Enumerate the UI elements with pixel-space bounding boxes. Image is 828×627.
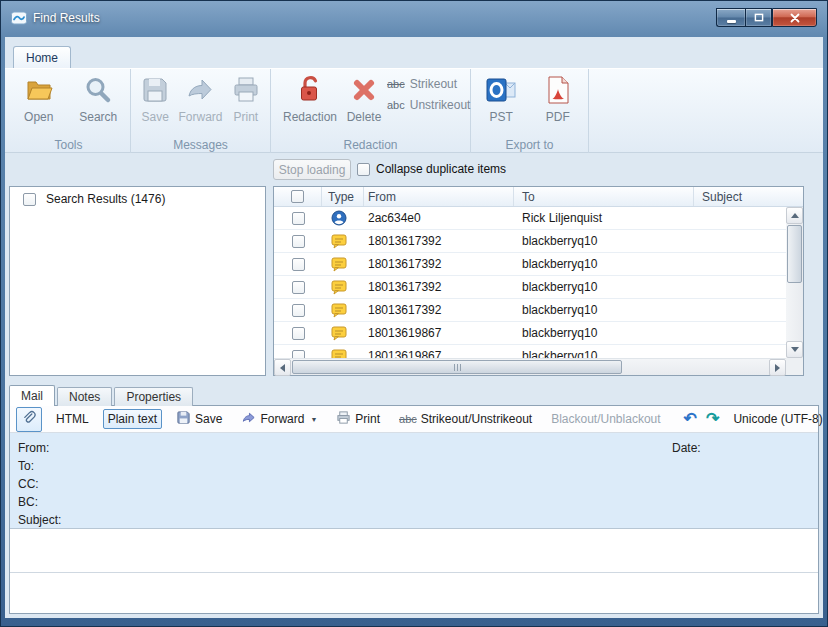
export-pdf-button[interactable]: PDF (537, 74, 579, 124)
row-checkbox[interactable] (292, 350, 305, 359)
close-icon (790, 13, 800, 23)
export-pst-button[interactable]: PST (480, 74, 522, 124)
search-icon (82, 74, 114, 106)
open-button[interactable]: Open (18, 74, 60, 124)
tree-item-search-results[interactable]: Search Results (1476) (10, 187, 265, 206)
forward-button[interactable]: Forward (178, 74, 222, 124)
minimize-icon (727, 20, 736, 23)
titlebar[interactable]: Find Results (1, 1, 827, 37)
message-icon (331, 233, 347, 249)
message-row[interactable]: 18013617392 blackberryq10 (274, 276, 786, 299)
vertical-scroll-thumb[interactable] (787, 225, 802, 283)
mail-body-area (10, 529, 818, 573)
arrow-down-icon (791, 347, 799, 352)
paperclip-icon (21, 410, 37, 429)
tab-notes[interactable]: Notes (57, 387, 112, 406)
print-button[interactable]: Print (225, 74, 267, 124)
preview-forward-button[interactable]: Forward ▼ (236, 407, 322, 431)
cell-to: blackberryq10 (514, 230, 694, 252)
cell-subject (694, 322, 786, 344)
preview-pane: HTML Plain text Save Forward ▼ Print abc (9, 405, 819, 614)
blackout-unblackout-button[interactable]: Blackout/Unblackout (546, 409, 665, 429)
scroll-up-button[interactable] (786, 207, 803, 224)
row-checkbox[interactable] (292, 304, 305, 317)
header-select-all-cell (274, 187, 322, 206)
cell-subject (694, 253, 786, 275)
tree-item-checkbox[interactable] (23, 193, 36, 206)
delete-button[interactable]: Delete (341, 74, 387, 124)
ribbon-group-export: PST PDF Export to (471, 69, 589, 153)
row-checkbox[interactable] (292, 327, 305, 340)
attachments-button[interactable] (16, 407, 42, 432)
row-checkbox[interactable] (292, 235, 305, 248)
cell-subject (694, 299, 786, 321)
tab-properties[interactable]: Properties (114, 387, 193, 406)
message-row[interactable]: 18013617392 blackberryq10 (274, 253, 786, 276)
scroll-left-button[interactable] (274, 359, 291, 376)
select-all-checkbox[interactable] (291, 190, 304, 203)
stop-loading-button[interactable]: Stop loading (273, 159, 351, 180)
scroll-right-button[interactable] (769, 359, 786, 376)
encoding-dropdown[interactable]: Unicode (UTF-8) ▼ (728, 409, 823, 429)
preview-tabs: Mail Notes Properties (9, 385, 195, 406)
ribbon-group-tools-label: Tools (7, 138, 130, 152)
print-button-label: Print (233, 111, 258, 124)
html-view-button[interactable]: HTML (51, 409, 94, 429)
horizontal-scrollbar[interactable] (274, 358, 786, 375)
row-checkbox[interactable] (292, 212, 305, 225)
strikeout-unstrikeout-button[interactable]: abc Strikeout/Unstrikeout (394, 409, 537, 429)
row-checkbox[interactable] (292, 281, 305, 294)
message-row[interactable]: 18013617392 blackberryq10 (274, 299, 786, 322)
client-area: Home Open Search (5, 37, 823, 618)
mail-header-fields: From: To: CC: BC: Subject: Date: (10, 433, 818, 529)
cell-to: blackberryq10 (514, 322, 694, 344)
header-from[interactable]: From (364, 187, 514, 206)
tab-mail[interactable]: Mail (9, 385, 55, 406)
strikeout-label: Strikeout (410, 77, 457, 91)
folder-tree-panel: Search Results (1476) (9, 186, 266, 376)
field-subject-label: Subject: (18, 511, 818, 529)
close-button[interactable] (772, 8, 817, 27)
tab-home[interactable]: Home (13, 46, 71, 68)
row-checkbox[interactable] (292, 258, 305, 271)
plain-text-view-button[interactable]: Plain text (103, 409, 162, 429)
search-button[interactable]: Search (77, 74, 119, 124)
preview-save-button[interactable]: Save (171, 407, 227, 431)
redaction-button[interactable]: Redaction (279, 74, 341, 124)
save-button[interactable]: Save (134, 74, 176, 124)
strikeout-abc-icon: abc (387, 78, 405, 90)
arrow-right-icon (775, 364, 780, 372)
message-row[interactable]: 2ac634e0 Rick Liljenquist (274, 207, 786, 230)
unstrikeout-abc-icon: abc (387, 99, 405, 111)
minimize-button[interactable] (716, 8, 745, 27)
message-row[interactable]: 18013619867 blackberryq10 (274, 345, 786, 358)
header-to[interactable]: To (514, 187, 694, 206)
undo-button[interactable]: ↶ (684, 411, 697, 427)
scroll-down-button[interactable] (786, 341, 803, 358)
strikeout-button[interactable]: abc Strikeout (387, 77, 470, 91)
preview-print-label: Print (355, 412, 380, 426)
maximize-icon (754, 13, 764, 22)
collapse-duplicates-checkbox[interactable] (357, 163, 370, 176)
redo-button[interactable]: ↷ (706, 411, 719, 427)
find-results-window: Find Results Home (0, 0, 828, 627)
save-button-label: Save (141, 111, 168, 124)
maximize-button[interactable] (745, 8, 772, 27)
cell-from: 2ac634e0 (364, 207, 514, 229)
unstrikeout-button[interactable]: abc Unstrikeout (387, 98, 470, 112)
message-row[interactable]: 18013617392 blackberryq10 (274, 230, 786, 253)
preview-print-button[interactable]: Print (331, 407, 385, 431)
forward-dropdown-icon[interactable]: ▼ (310, 416, 317, 423)
arrow-left-icon (280, 364, 285, 372)
list-header: Type From To Subject (274, 187, 803, 207)
redaction-button-label: Redaction (283, 111, 337, 124)
vertical-scrollbar[interactable] (786, 207, 803, 358)
horizontal-scroll-thumb[interactable] (292, 360, 622, 374)
cell-to: Rick Liljenquist (514, 207, 694, 229)
header-type[interactable]: Type (322, 187, 364, 206)
tree-item-label: Search Results (1476) (46, 192, 165, 206)
message-row[interactable]: 18013619867 blackberryq10 (274, 322, 786, 345)
header-subject[interactable]: Subject (694, 187, 803, 206)
print-icon (230, 74, 262, 106)
ribbon: Open Search Tools (5, 68, 823, 153)
